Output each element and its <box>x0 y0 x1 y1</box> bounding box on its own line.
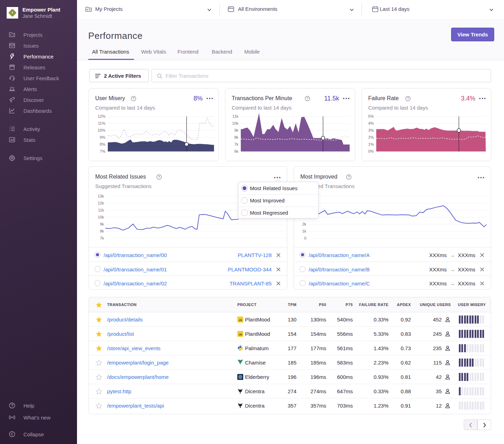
svg-text:8%: 8% <box>100 142 105 146</box>
svg-text:9k: 9k <box>100 222 104 226</box>
svg-text:9k: 9k <box>234 128 238 132</box>
svg-text:4%: 4% <box>368 121 374 125</box>
svg-text:6k: 6k <box>234 149 238 153</box>
svg-text:12k: 12k <box>98 201 104 205</box>
svg-text:8k: 8k <box>100 229 104 233</box>
svg-text:0%: 0% <box>368 149 374 153</box>
svg-text:5%: 5% <box>368 114 374 118</box>
svg-text:11k: 11k <box>98 208 104 212</box>
svg-text:10k: 10k <box>98 215 104 219</box>
svg-text:11%: 11% <box>98 121 105 125</box>
svg-text:8k: 8k <box>234 135 238 139</box>
svg-text:JS: JS <box>239 333 242 336</box>
svg-text:7%: 7% <box>100 149 105 153</box>
svg-text:12%: 12% <box>98 114 105 118</box>
svg-text:9%: 9% <box>100 135 105 139</box>
svg-text:0: 0 <box>304 236 306 240</box>
svg-text:10%: 10% <box>98 128 105 132</box>
svg-text:7k: 7k <box>234 142 238 146</box>
svg-text:13k: 13k <box>98 194 104 198</box>
svg-text:2k: 2k <box>302 222 306 226</box>
svg-text:1%: 1% <box>368 142 374 146</box>
svg-text:1k: 1k <box>302 229 306 233</box>
svg-text:11k: 11k <box>232 114 238 118</box>
svg-text:3%: 3% <box>368 128 374 132</box>
svg-text:7k: 7k <box>100 236 104 240</box>
svg-text:2%: 2% <box>368 135 374 139</box>
svg-text:10k: 10k <box>232 121 238 125</box>
svg-text:JS: JS <box>239 319 242 322</box>
